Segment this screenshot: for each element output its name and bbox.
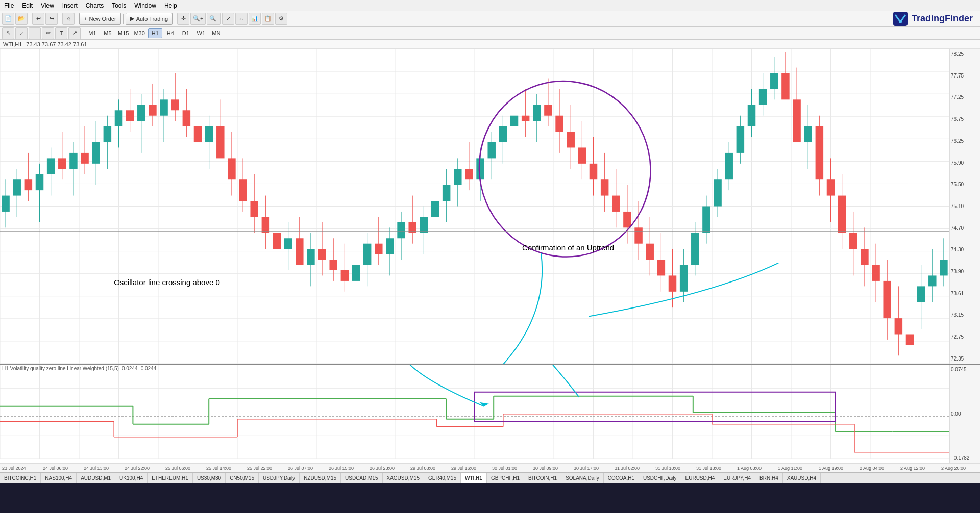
new-order-button[interactable]: + New Order: [79, 13, 121, 25]
bottom-tab-cn50-m15[interactable]: CN50,M15: [226, 473, 259, 483]
time-label: 25 Jul 14:00: [206, 466, 231, 471]
draw-tool[interactable]: ✏: [42, 27, 54, 39]
bottom-tab-uk100-h4[interactable]: UK100,H4: [115, 473, 148, 483]
auto-trading-label: Auto Trading: [136, 16, 168, 22]
bottom-tab-solana-daily[interactable]: SOLANA,Daily: [561, 473, 604, 483]
menu-bar: File Edit View Insert Charts Tools Windo…: [0, 0, 980, 11]
tf-w1[interactable]: W1: [194, 28, 208, 38]
time-label: 26 Jul 07:00: [288, 466, 313, 471]
price-level: 75.90: [951, 160, 979, 166]
bottom-tab-bitcoin-h1[interactable]: BITCOIN,H1: [524, 473, 561, 483]
price-level: 78.25: [951, 51, 979, 57]
price-scale: 78.2577.7577.2576.7576.2575.9075.5075.10…: [949, 49, 980, 364]
indicator-level: 0.00: [951, 411, 979, 417]
tf-mn[interactable]: MN: [209, 28, 224, 38]
chart-ohlc: 73.43 73.67 73.42 73.61: [26, 41, 87, 47]
undo-button[interactable]: ↩: [32, 13, 44, 25]
time-label: 25 Jul 06:00: [165, 466, 190, 471]
price-level: 72.35: [951, 356, 979, 362]
bottom-tab-brn-h4[interactable]: BRN,H4: [755, 473, 783, 483]
auto-trading-button[interactable]: ▶ Auto Trading: [126, 13, 173, 25]
time-label: 2 Aug 12:00: [900, 466, 925, 471]
time-label: 1 Aug 19:00: [819, 466, 843, 471]
price-level: 72.75: [951, 334, 979, 340]
hline-tool[interactable]: —: [29, 27, 41, 39]
svg-point-1: [899, 20, 902, 23]
tf-h1[interactable]: H1: [148, 28, 162, 38]
tf-h4[interactable]: H4: [163, 28, 178, 38]
time-label: 1 Aug 11:00: [778, 466, 802, 471]
bottom-tab-usdjpy-daily[interactable]: USDJPY,Daily: [259, 473, 300, 483]
bottom-tab-nzdusd-m15[interactable]: NZDUSD,M15: [300, 473, 341, 483]
bottom-tab-usdchf-daily[interactable]: USDCHF,Daily: [639, 473, 681, 483]
bottom-tab-eurjpy-h4[interactable]: EURJPY,H4: [719, 473, 755, 483]
template-button[interactable]: 📋: [262, 13, 274, 25]
indicator-area: H1 Volatility quality zero line Linear W…: [0, 364, 980, 463]
bottom-tab-cocoa-h1[interactable]: COCOA,H1: [604, 473, 639, 483]
zoom-out-button[interactable]: 🔍-: [207, 13, 221, 25]
separator-3: [77, 14, 77, 24]
open-button[interactable]: 📂: [15, 13, 28, 25]
menu-help[interactable]: Help: [160, 1, 181, 10]
indicator-scale: 0.07450.00−0.1782: [949, 365, 980, 463]
menu-window[interactable]: Window: [130, 1, 160, 10]
fit-button[interactable]: ⤢: [222, 13, 234, 25]
indicator-level: −0.1782: [951, 455, 979, 461]
new-order-icon: +: [84, 16, 87, 22]
tf-m1[interactable]: M1: [85, 28, 100, 38]
chart-container: WTI,H1 73.43 73.67 73.42 73.61 78.2577.7…: [0, 40, 980, 483]
time-label: 26 Jul 15:00: [329, 466, 354, 471]
separator-5: [175, 14, 175, 24]
bottom-tab-ger40-m15[interactable]: GER40,M15: [424, 473, 461, 483]
time-label: 31 Jul 02:00: [615, 466, 640, 471]
tf-m15[interactable]: M15: [116, 28, 131, 38]
time-label: 31 Jul 18:00: [696, 466, 721, 471]
new-order-label: New Order: [89, 16, 116, 22]
menu-view[interactable]: View: [37, 1, 58, 10]
crosshair-button[interactable]: ✛: [177, 13, 189, 25]
bottom-tab-wti-h1[interactable]: WTI,H1: [461, 473, 487, 483]
menu-file[interactable]: File: [0, 1, 18, 10]
print-button[interactable]: 🖨: [62, 13, 75, 25]
text-tool[interactable]: T: [55, 27, 67, 39]
bottom-tab-xagusd-m15[interactable]: XAGUSD,M15: [383, 473, 424, 483]
zoom-in-button[interactable]: 🔍+: [190, 13, 206, 25]
new-chart-button[interactable]: 📄: [2, 13, 14, 25]
menu-charts[interactable]: Charts: [82, 1, 108, 10]
bottom-tab-eurusd-h4[interactable]: EURUSD,H4: [681, 473, 720, 483]
bottom-tab-xauusd-h4[interactable]: XAUUSD,H4: [783, 473, 821, 483]
tf-m5[interactable]: M5: [101, 28, 115, 38]
price-chart[interactable]: [0, 49, 949, 364]
bottom-tab-nas100-h4[interactable]: NAS100,H4: [41, 473, 77, 483]
separator-1: [30, 14, 30, 24]
time-label: 24 Jul 22:00: [125, 466, 150, 471]
bottom-tab-gbpchf-h1[interactable]: GBPCHF,H1: [487, 473, 524, 483]
tf-m30[interactable]: M30: [132, 28, 146, 38]
menu-edit[interactable]: Edit: [18, 1, 37, 10]
time-label: 1 Aug 03:00: [737, 466, 762, 471]
cursor-tool[interactable]: ↖: [2, 27, 14, 39]
indicator-chart[interactable]: H1 Volatility quality zero line Linear W…: [0, 365, 949, 463]
separator-tf: [83, 28, 83, 38]
bottom-tab-usdcad-m15[interactable]: USDCAD,M15: [341, 473, 382, 483]
bottom-tab-us30-m30[interactable]: US30,M30: [193, 473, 226, 483]
time-label: 31 Jul 10:00: [655, 466, 680, 471]
line-tool[interactable]: ⟋: [15, 27, 28, 39]
redo-button[interactable]: ↪: [45, 13, 58, 25]
menu-insert[interactable]: Insert: [58, 1, 82, 10]
indicator-canvas: [0, 365, 949, 459]
bottom-tabs: BITCOINC,H1NAS100,H4AUDUSD,M1UK100,H4ETH…: [0, 472, 980, 483]
arrow-tool[interactable]: ↗: [68, 27, 81, 39]
scroll-button[interactable]: ↔: [235, 13, 248, 25]
bottom-tab-audusd-m1[interactable]: AUDUSD,M1: [77, 473, 115, 483]
trading-finder-logo: TradingFinder: [892, 11, 978, 27]
menu-tools[interactable]: Tools: [108, 1, 130, 10]
time-label: 25 Jul 22:00: [247, 466, 272, 471]
bottom-tab-ethereum-h1[interactable]: ETHEREUM,H1: [148, 473, 193, 483]
logo-text: TradingFinder: [912, 13, 973, 24]
tf-d1[interactable]: D1: [179, 28, 193, 38]
settings-button[interactable]: ⚙: [275, 13, 287, 25]
bottom-tab-bitcoinc-h1[interactable]: BITCOINC,H1: [0, 473, 41, 483]
indicator-button[interactable]: 📊: [249, 13, 261, 25]
time-label: 24 Jul 06:00: [43, 466, 68, 471]
